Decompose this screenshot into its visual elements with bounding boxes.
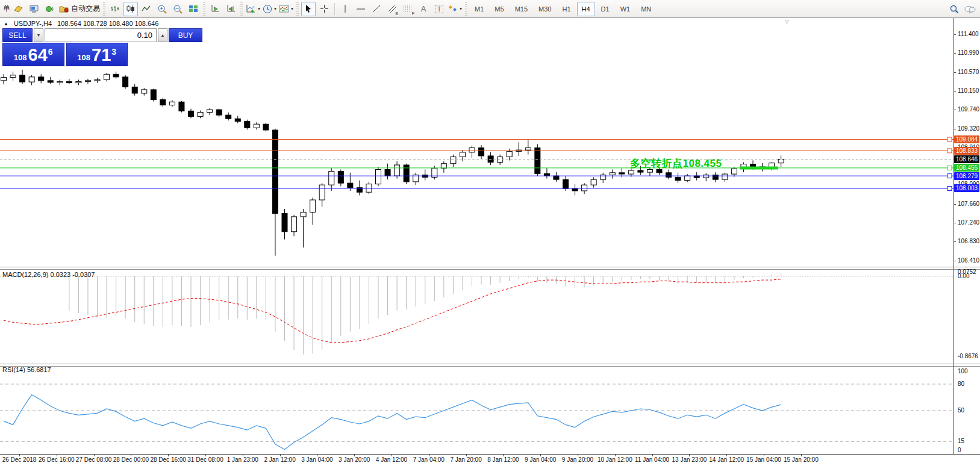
time-label: 9 Jan 20:00 [562,456,593,463]
tf-h4-button[interactable]: H4 [577,2,595,16]
candle-body [39,77,44,81]
metaeditor-button[interactable] [27,2,41,16]
tf-m5-button[interactable]: M5 [490,2,508,16]
price-tick-mark [953,129,956,129]
candle-body [272,130,278,214]
sell-price-base: 108 [14,53,27,62]
pane-separator[interactable] [0,364,980,367]
alerts-button[interactable] [42,2,57,16]
zoom-in-icon [157,4,167,14]
candle-body [310,200,316,212]
candle-body [610,173,615,175]
mt4-window: 单 自动交易 [0,0,980,466]
tile-windows-button[interactable] [186,2,201,16]
price-tick-mark [953,91,956,92]
collapse-panel-icon[interactable]: ▲ [4,21,8,26]
candle-body [479,148,484,156]
templates-button[interactable]: ▾ [278,2,294,16]
auto-scroll-button[interactable] [208,2,222,16]
macd-pane-canvas[interactable] [0,269,953,364]
cursor-tool-button[interactable] [301,2,316,16]
channel-tag: E [395,11,398,16]
arrows-tool-button[interactable]: ▾ [448,2,463,16]
scroll-end-marker[interactable]: ▽ [785,19,789,25]
community-chat-button[interactable] [963,2,977,16]
candle-body [619,173,625,174]
line-chart-icon [142,4,151,13]
volume-input[interactable] [45,28,157,42]
line-chart-button[interactable] [139,2,154,16]
candle-body [85,81,90,82]
dropdown-arrow-icon[interactable]: ▾ [460,6,462,11]
level-end-marker [947,174,952,178]
text-label-tool-button[interactable]: T [432,2,446,16]
periods-button[interactable]: ▾ [262,2,277,16]
toolbar: 单 自动交易 [0,0,980,18]
candle-body [329,172,334,185]
time-axis[interactable]: 26 Dec 201826 Dec 16:0027 Dec 08:0028 De… [0,454,980,466]
tf-d1-button[interactable]: D1 [596,2,614,16]
chart-header: ▲ USDJPY-,H4 108.564 108.728 108.480 108… [4,20,158,27]
price-badge: 108.279 [954,172,979,180]
time-label: 11 Jan 04:00 [635,456,669,463]
zoom-out-button[interactable] [170,2,185,16]
zoom-in-button[interactable] [155,2,169,16]
crosshair-tool-button[interactable] [317,2,331,16]
price-tick-mark [953,110,956,110]
time-tick-mark [726,455,727,456]
pane-separator[interactable] [0,267,980,270]
chart-shift-button[interactable] [223,2,238,16]
tf-w1-button[interactable]: W1 [616,2,635,16]
horizontal-line-tool-button[interactable] [354,2,368,16]
vertical-line-tool-button[interactable] [338,2,352,16]
chart-annotation[interactable]: 多空转折点108.455 [630,157,722,170]
candle-body [675,177,681,180]
volume-down-button[interactable]: ▼ [34,28,43,42]
buy-caption: BUY [169,28,202,42]
candle-body [104,74,110,79]
candle-body [76,81,81,82]
candle-body [123,77,128,87]
dropdown-arrow-icon[interactable]: ▾ [291,6,293,11]
candle-body [207,110,213,113]
search-button[interactable] [947,2,961,16]
price-tick-mark [953,204,956,205]
autotrading-button[interactable]: 自动交易 [58,2,101,16]
tf-mn-button[interactable]: MN [636,2,656,16]
rsi-pane-canvas[interactable] [0,367,953,455]
equidistant-channel-tool-button[interactable]: E [385,2,399,16]
indicators-button[interactable]: ▾ [245,2,261,16]
trendline-tool-button[interactable] [369,2,384,16]
price-tick-mark [953,223,956,223]
arrows-icon [448,4,458,13]
order-button[interactable] [11,2,25,16]
sound-alert-icon [45,4,55,13]
bar-chart-button[interactable] [108,2,122,16]
candle-body [385,170,390,176]
new-order-partial-label[interactable]: 单 [3,4,10,14]
time-label: 15 Jan 04:00 [746,456,781,463]
price-tick-label: 107.240 [958,219,979,226]
candle-body [525,148,531,150]
text-tool-button[interactable]: A [416,2,431,16]
candle-body [507,151,512,157]
tf-m30-button[interactable]: M30 [534,2,556,16]
price-chart-canvas[interactable] [0,18,953,267]
chat-bubbles-icon [964,5,976,14]
candle-body [1,78,7,81]
candle-body [376,170,381,184]
tf-m1-button[interactable]: M1 [470,2,488,16]
candlestick-chart-button[interactable] [123,2,138,16]
tf-m15-button[interactable]: M15 [510,2,532,16]
volume-up-button[interactable]: ▲ [158,28,167,42]
candle-body [254,124,259,128]
time-tick-mark [615,455,616,456]
fibonacci-tool-button[interactable]: F [401,2,415,16]
dropdown-arrow-icon[interactable]: ▾ [258,6,260,11]
dropdown-arrow-icon[interactable]: ▾ [274,6,276,11]
sell-button[interactable]: 108 64 6 [2,43,64,66]
buy-button[interactable]: 108 71 3 [66,43,128,66]
time-tick-mark [19,455,20,456]
tf-h1-button[interactable]: H1 [557,2,575,16]
time-tick-mark [652,455,653,456]
